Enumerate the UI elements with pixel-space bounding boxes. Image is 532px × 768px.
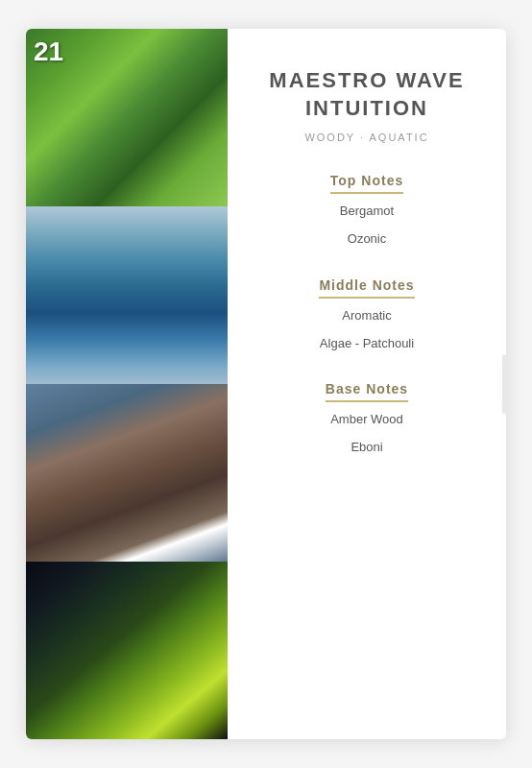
base-notes-heading: Base Notes bbox=[326, 381, 408, 402]
image-seagrass bbox=[26, 562, 228, 739]
content-column: MAESTRO WAVE INTUITION WOODY · AQUATIC T… bbox=[228, 29, 506, 739]
middle-notes-heading: Middle Notes bbox=[319, 277, 414, 299]
perfume-title: MAESTRO WAVE INTUITION bbox=[269, 67, 464, 122]
base-notes-section: Base Notes Amber Wood Eboni bbox=[247, 380, 487, 458]
fragrance-number: 21 bbox=[34, 36, 63, 67]
top-note-ozonic: Ozonic bbox=[247, 229, 487, 250]
middle-note-aromatic: Aromatic bbox=[247, 306, 487, 326]
image-wave bbox=[26, 206, 228, 384]
image-bark bbox=[26, 384, 228, 562]
perfume-subtitle: WOODY · AQUATIC bbox=[304, 132, 428, 143]
next-tab[interactable] bbox=[502, 355, 506, 413]
fragrance-card: 21 MAESTRO WAVE INTUITION WOODY · AQUATI… bbox=[26, 29, 506, 739]
base-note-eboni: Eboni bbox=[247, 438, 487, 458]
top-note-bergamot: Bergamot bbox=[247, 202, 487, 222]
middle-note-algae: Algae - Patchouli bbox=[247, 334, 487, 354]
middle-notes-section: Middle Notes Aromatic Algae - Patchouli bbox=[247, 276, 487, 354]
image-limes: 21 bbox=[26, 29, 228, 206]
base-note-amberwood: Amber Wood bbox=[247, 410, 487, 430]
top-notes-heading: Top Notes bbox=[330, 173, 403, 194]
top-notes-section: Top Notes Bergamot Ozonic bbox=[247, 172, 487, 250]
image-column: 21 bbox=[26, 29, 228, 739]
